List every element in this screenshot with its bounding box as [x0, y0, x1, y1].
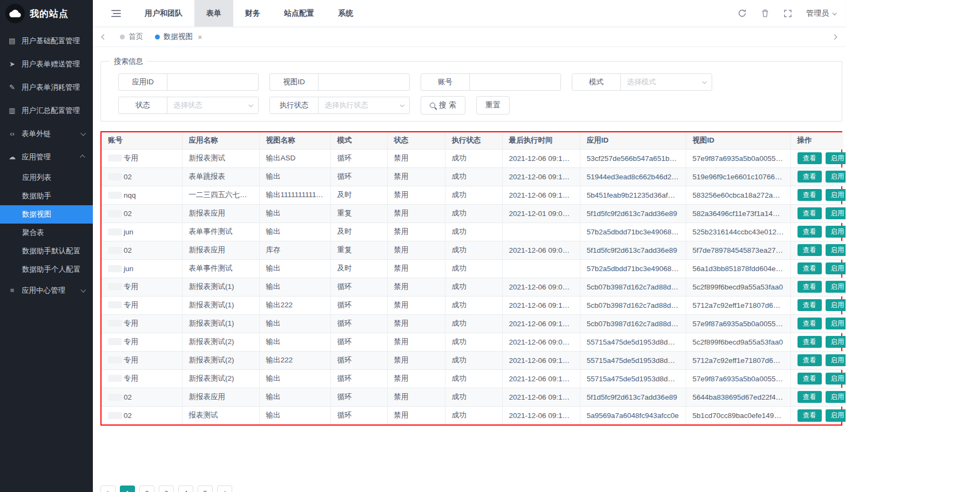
- view-button[interactable]: 查看: [797, 354, 822, 367]
- sidebar-subitem[interactable]: 应用列表: [0, 169, 93, 187]
- trash-icon[interactable]: [761, 9, 769, 18]
- redacted-block: [108, 283, 122, 290]
- next-page-button[interactable]: [217, 486, 232, 492]
- sidebar-item[interactable]: ☁应用管理: [0, 145, 93, 169]
- enable-button[interactable]: 启用: [826, 281, 846, 293]
- reset-button[interactable]: 重置: [476, 96, 510, 114]
- enable-button[interactable]: 启用: [826, 262, 846, 275]
- top-nav-item[interactable]: 表单: [194, 0, 233, 26]
- table-header-row: 账号应用名称视图名称模式状态执行状态最后执行时间应用ID视图ID操作: [102, 132, 843, 149]
- app-id-input[interactable]: [167, 74, 258, 90]
- account-input[interactable]: [470, 74, 560, 90]
- cell-app-name: 新报表测试(1): [182, 278, 259, 296]
- cell-actions: 查看启用: [790, 369, 843, 388]
- page-number-button[interactable]: 4: [178, 486, 193, 492]
- view-button[interactable]: 查看: [797, 171, 822, 183]
- enable-button[interactable]: 启用: [826, 373, 846, 385]
- view-button[interactable]: 查看: [797, 281, 822, 293]
- table-row: 专用新报表测试(2)输出222循环禁用成功2021-12-06 09:10:08…: [102, 351, 843, 369]
- enable-button[interactable]: 启用: [826, 152, 846, 165]
- bar-chart-icon: ▥: [8, 106, 17, 114]
- sidebar-subitem[interactable]: 聚合表: [0, 224, 93, 242]
- cell-view-id: 519e96f9c1e6601c107665f0: [686, 167, 790, 186]
- sidebar-subitem[interactable]: 数据助手默认配置: [0, 242, 93, 260]
- enable-button[interactable]: 启用: [826, 226, 846, 238]
- cell-mode: 循环: [330, 406, 387, 424]
- page-tab[interactable]: 数据视图×: [155, 32, 202, 42]
- redacted-block: [108, 301, 122, 308]
- app-id-field: 应用ID: [118, 73, 259, 91]
- table-row: 02表单跳报表输出循环禁用成功2021-12-06 09:10:1051944e…: [102, 167, 843, 186]
- sidebar-subitem[interactable]: 数据助手个人配置: [0, 260, 93, 279]
- enable-button[interactable]: 启用: [826, 391, 846, 403]
- view-button[interactable]: 查看: [797, 299, 822, 312]
- cell-mode: 循环: [330, 333, 387, 351]
- cell-actions: 查看启用: [790, 314, 843, 333]
- top-nav-item[interactable]: 用户和团队: [133, 0, 194, 26]
- enable-button[interactable]: 启用: [826, 409, 846, 422]
- view-button[interactable]: 查看: [797, 207, 822, 220]
- enable-button[interactable]: 启用: [826, 207, 846, 220]
- page-tab[interactable]: 首页: [120, 32, 143, 42]
- status-select[interactable]: 选择状态: [167, 97, 258, 113]
- tabs-scroll-right-icon[interactable]: [830, 33, 839, 41]
- view-id-input[interactable]: [319, 74, 409, 90]
- sidebar-item[interactable]: ▥用户汇总配置管理: [0, 99, 93, 122]
- view-button[interactable]: 查看: [797, 262, 822, 275]
- cell-view-id: 57e9f87a6935a5b0a0055170: [686, 369, 790, 388]
- close-icon[interactable]: ×: [198, 33, 202, 41]
- view-button[interactable]: 查看: [797, 318, 822, 330]
- page-number-button[interactable]: 5: [198, 486, 213, 492]
- view-button[interactable]: 查看: [797, 336, 822, 348]
- sidebar-item[interactable]: ≡应用中心管理: [0, 279, 93, 302]
- refresh-icon[interactable]: [738, 9, 747, 18]
- cell-mode: 循环: [330, 388, 387, 406]
- cell-actions: 查看启用: [790, 241, 843, 259]
- fullscreen-icon[interactable]: [783, 9, 792, 18]
- enable-button[interactable]: 启用: [826, 171, 846, 183]
- tabs-scroll-left-icon[interactable]: [100, 33, 108, 41]
- sidebar-item[interactable]: ✎用户表单消耗管理: [0, 76, 93, 99]
- table-row: 专用新报表测试(1)输出循环禁用成功2021-12-06 09:08:425cb…: [102, 278, 843, 296]
- enable-button[interactable]: 启用: [826, 189, 846, 201]
- tab-dot: [120, 35, 125, 39]
- cell-last-exec-time: [502, 259, 580, 278]
- enable-button[interactable]: 启用: [826, 299, 846, 312]
- enable-button[interactable]: 启用: [826, 318, 846, 330]
- view-button[interactable]: 查看: [797, 226, 822, 238]
- view-button[interactable]: 查看: [797, 391, 822, 403]
- sidebar-item[interactable]: ‹›表单外链: [0, 122, 93, 145]
- sidebar-subitem[interactable]: 数据助手: [0, 187, 93, 205]
- search-button[interactable]: 搜 索: [421, 96, 465, 114]
- top-nav-item[interactable]: 财务: [233, 0, 272, 26]
- table-row: 专用新报表测试输出ASD循环禁用成功2021-12-06 09:10:0853c…: [102, 149, 843, 167]
- sidebar-item[interactable]: ➤用户表单赠送管理: [0, 52, 93, 76]
- view-button[interactable]: 查看: [797, 373, 822, 385]
- prev-page-button[interactable]: [100, 486, 116, 492]
- enable-button[interactable]: 启用: [826, 354, 846, 367]
- top-nav-item[interactable]: 站点配置: [272, 0, 326, 26]
- exec-status-select[interactable]: 选择执行状态: [319, 97, 409, 113]
- redacted-block: [108, 210, 122, 217]
- column-header: 账号: [102, 132, 182, 149]
- cell-exec-status: 成功: [445, 259, 502, 278]
- cell-status: 禁用: [387, 204, 445, 223]
- view-button[interactable]: 查看: [797, 409, 822, 422]
- enable-button[interactable]: 启用: [826, 244, 846, 257]
- menu-collapse-icon[interactable]: [111, 9, 121, 18]
- top-nav-item[interactable]: 系统: [326, 0, 365, 26]
- cell-status: 禁用: [387, 167, 445, 186]
- mode-select[interactable]: 选择模式: [621, 74, 712, 90]
- view-button[interactable]: 查看: [797, 189, 822, 201]
- cell-view-name: 输出: [259, 333, 330, 351]
- sidebar-subitem[interactable]: 数据视图: [0, 205, 93, 224]
- enable-button[interactable]: 启用: [826, 336, 846, 348]
- user-menu[interactable]: 管理员: [806, 9, 836, 18]
- redacted-block: [108, 394, 122, 401]
- sidebar-item[interactable]: ▤用户基础配置管理: [0, 29, 93, 52]
- view-button[interactable]: 查看: [797, 244, 822, 257]
- page-number-button[interactable]: 2: [139, 486, 154, 492]
- view-button[interactable]: 查看: [797, 152, 822, 165]
- page-number-button[interactable]: 1: [120, 486, 135, 492]
- page-number-button[interactable]: 3: [159, 486, 174, 492]
